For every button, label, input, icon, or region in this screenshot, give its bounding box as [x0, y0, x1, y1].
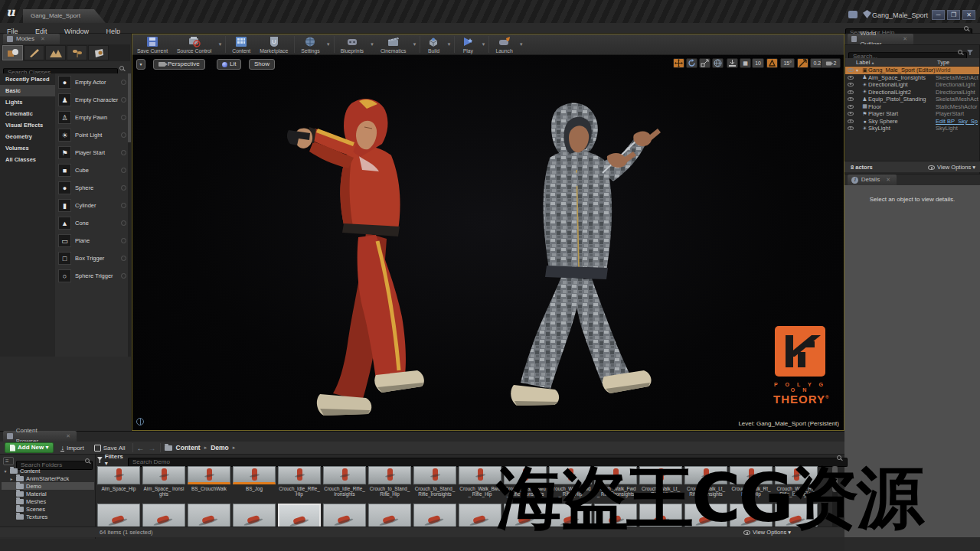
save-current-button[interactable]: Save Current — [132, 34, 172, 54]
asset-item[interactable] — [459, 504, 501, 527]
visibility-eye-icon[interactable] — [848, 126, 854, 130]
placeable-item[interactable]: ▲ Cone — [55, 214, 129, 232]
asset-item[interactable] — [142, 504, 185, 527]
launch-button[interactable]: Launch — [491, 34, 517, 54]
back-button[interactable]: ← — [137, 444, 145, 452]
folder-tree-row[interactable]: ▸ AnimStarterPack — [2, 474, 94, 482]
class-category[interactable]: Recently Placed — [0, 73, 55, 85]
chevron-down-icon[interactable]: ▼ — [518, 42, 525, 47]
visibility-eye-icon[interactable] — [848, 119, 854, 123]
visibility-eye-icon[interactable] — [848, 105, 854, 109]
close-icon[interactable]: ✕ — [66, 431, 70, 442]
folder-tree-row[interactable]: Textures — [2, 513, 94, 520]
asset-thumbnail[interactable] — [97, 504, 140, 527]
close-button[interactable]: ✕ — [962, 10, 975, 20]
level-tab[interactable]: Gang_Male_Sport — [23, 9, 106, 23]
breadcrumb-separator-icon[interactable]: ▸ — [233, 445, 236, 451]
visibility-eye-icon[interactable] — [848, 112, 854, 116]
visibility-eye-icon[interactable] — [848, 83, 854, 86]
mode-foliage-button[interactable] — [67, 45, 87, 60]
viewport[interactable]: ▼ Perspective Lit Show — [132, 55, 844, 430]
asset-thumbnail[interactable] — [142, 466, 185, 484]
expand-caret-icon[interactable]: ▾ — [856, 67, 861, 73]
marketplace-gem-icon[interactable] — [863, 10, 871, 18]
class-category[interactable]: Cinematic — [0, 108, 55, 119]
asset-item[interactable]: Crouch_Idle_Rifle_ Hip — [278, 466, 321, 502]
asset-item[interactable] — [188, 504, 230, 527]
close-icon[interactable]: ✕ — [41, 34, 45, 44]
class-category[interactable]: All Classes — [0, 154, 55, 165]
source-control-button[interactable]: Source Control — [172, 34, 216, 54]
modes-scrollbar[interactable] — [128, 73, 131, 357]
details-tab[interactable]: i Details ✕ — [848, 174, 897, 185]
modes-panel-tab[interactable]: Modes ✕ — [3, 34, 60, 44]
placeable-item[interactable]: ♙ Empty Pawn — [55, 109, 129, 126]
outliner-row[interactable]: ▾ ♟ Aim_Space_Ironsights SkeletalMeshAct — [845, 74, 979, 82]
drag-grip-icon[interactable] — [121, 256, 126, 261]
asset-thumbnail[interactable] — [323, 504, 366, 527]
outliner-row[interactable]: ▾ ▣ Gang_Male_Sport (Editor) World — [845, 67, 979, 74]
drag-grip-icon[interactable] — [121, 132, 126, 138]
drag-grip-icon[interactable] — [121, 273, 126, 279]
chevron-down-icon[interactable]: ▼ — [325, 42, 332, 47]
world-outliner-tab[interactable]: World Outliner ✕ — [848, 34, 913, 44]
asset-thumbnail[interactable] — [368, 466, 411, 484]
outliner-row[interactable]: ▾ ☀ DirectionalLight DirectionalLight — [845, 81, 979, 89]
outliner-row[interactable]: ▾ ☀ SkyLight SkyLight — [845, 125, 979, 132]
outliner-row[interactable]: ▾ ⚑ Player Start PlayerStart — [845, 110, 979, 118]
asset-thumbnail[interactable] — [188, 466, 230, 484]
settings-button[interactable]: Settings — [296, 34, 325, 54]
class-category[interactable]: Visual Effects — [0, 119, 55, 131]
asset-item[interactable]: Crouch_Walk_Bwd_ Rifle_Hip — [459, 466, 501, 502]
close-icon[interactable]: ✕ — [886, 174, 890, 185]
cinematics-button[interactable]: Cinematics — [376, 34, 411, 54]
tree-caret-icon[interactable]: ▾ — [3, 468, 8, 474]
class-category[interactable]: Geometry — [0, 131, 55, 142]
asset-item[interactable] — [233, 504, 276, 527]
mode-geometry-button[interactable] — [88, 45, 109, 60]
asset-thumbnail[interactable] — [233, 466, 276, 484]
outliner-row[interactable]: ▾ ● Sky Sphere Edit BP_Sky_Sp — [845, 118, 979, 126]
chevron-down-icon[interactable]: ▼ — [445, 42, 452, 47]
folder-tree-row[interactable]: Scenes — [2, 505, 94, 513]
mode-landscape-button[interactable] — [45, 45, 66, 60]
asset-thumbnail[interactable] — [459, 466, 501, 484]
import-button[interactable]: ↓ Import — [57, 445, 87, 452]
asset-item[interactable]: Crouch_Idle_Rifle_ Ironsights — [323, 466, 366, 502]
asset-thumbnail[interactable] — [97, 466, 140, 484]
outliner-row[interactable]: ▾ ▦ Floor StaticMeshActor — [845, 103, 979, 111]
minimize-button[interactable]: ─ — [932, 10, 945, 20]
asset-item[interactable] — [323, 504, 366, 527]
filter-icon[interactable] — [967, 50, 973, 55]
placeable-item[interactable]: ■ Cube — [55, 161, 129, 179]
asset-item[interactable]: BS_Jog — [233, 466, 276, 502]
placeable-item[interactable]: ● Empty Actor — [55, 73, 129, 91]
asset-item[interactable]: Crouch_to_Stand_ Rifle_Ironsights — [413, 466, 456, 502]
drag-grip-icon[interactable] — [121, 220, 126, 226]
class-category[interactable]: Basic — [0, 85, 55, 96]
marketplace-button[interactable]: U Marketplace — [255, 34, 292, 54]
drag-grip-icon[interactable] — [121, 150, 126, 155]
visibility-eye-icon[interactable] — [848, 97, 854, 101]
asset-thumbnail[interactable] — [142, 504, 185, 527]
chevron-down-icon[interactable]: ▼ — [479, 42, 487, 47]
placeable-item[interactable]: ▭ Plane — [55, 232, 129, 249]
asset-thumbnail[interactable] — [459, 504, 501, 527]
class-category[interactable]: Volumes — [0, 142, 55, 154]
visibility-eye-icon[interactable] — [848, 68, 854, 72]
visibility-eye-icon[interactable] — [848, 90, 854, 94]
asset-thumbnail[interactable] — [368, 504, 411, 527]
drag-grip-icon[interactable] — [121, 168, 126, 173]
tree-caret-icon[interactable]: ▸ — [9, 476, 14, 481]
asset-thumbnail[interactable] — [278, 466, 321, 484]
placeable-item[interactable]: □ Box Trigger — [55, 249, 129, 267]
folder-tree-row[interactable]: ▾ Content — [2, 467, 94, 474]
type-column-header[interactable]: Type — [937, 58, 949, 67]
build-button[interactable]: Build — [422, 34, 445, 54]
asset-thumbnail[interactable] — [188, 504, 230, 527]
close-icon[interactable]: ✕ — [903, 34, 907, 44]
folder-tree-row[interactable]: Demo — [2, 482, 94, 490]
sources-toggle-button[interactable] — [3, 457, 14, 465]
placeable-item[interactable]: ○ Sphere Trigger — [55, 267, 129, 285]
asset-item[interactable]: BS_CrouchWalk — [188, 466, 230, 502]
